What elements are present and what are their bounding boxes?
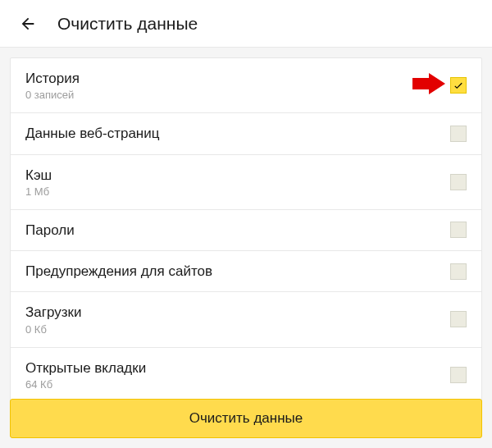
list-item[interactable]: Загрузки0 Кб bbox=[11, 292, 481, 347]
clear-data-list: История0 записейДанные веб-страницКэш1 М… bbox=[10, 57, 482, 403]
checkbox[interactable] bbox=[450, 367, 467, 383]
svg-marker-0 bbox=[412, 73, 445, 94]
red-arrow-annotation bbox=[412, 73, 445, 98]
list-item-label: Открытые вкладки bbox=[25, 359, 146, 377]
list-item[interactable]: Кэш1 Мб bbox=[11, 155, 481, 210]
checkmark-icon bbox=[453, 80, 464, 91]
list-item-subtext: 64 Кб bbox=[25, 378, 146, 391]
list-item-text: Предупреждения для сайтов bbox=[25, 263, 212, 280]
list-item-label: Пароли bbox=[25, 222, 75, 239]
list-item-text: Загрузки0 Кб bbox=[25, 304, 81, 335]
list-item-label: Кэш bbox=[25, 167, 52, 184]
checkbox[interactable] bbox=[450, 263, 467, 280]
list-item-label: Загрузки bbox=[25, 304, 81, 321]
checkbox[interactable] bbox=[450, 222, 467, 238]
list-item-text: Кэш1 Мб bbox=[25, 167, 52, 198]
list-item-label: Предупреждения для сайтов bbox=[25, 263, 212, 280]
header: Очистить данные bbox=[0, 0, 492, 48]
list-item-text: История0 записей bbox=[25, 70, 80, 101]
checkbox[interactable] bbox=[450, 174, 467, 190]
arrow-left-icon bbox=[19, 15, 37, 33]
list-item-label: Данные веб-страниц bbox=[25, 125, 159, 142]
page-title: Очистить данные bbox=[57, 14, 198, 34]
list-item-text: Данные веб-страниц bbox=[25, 125, 159, 142]
list-item-text: Открытые вкладки64 Кб bbox=[25, 359, 146, 391]
list-item-subtext: 0 записей bbox=[25, 89, 80, 101]
list-item[interactable]: Предупреждения для сайтов bbox=[11, 251, 481, 292]
list-item[interactable]: Данные веб-страниц bbox=[11, 113, 481, 154]
checkbox[interactable] bbox=[450, 77, 467, 94]
list-item-subtext: 0 Кб bbox=[25, 323, 81, 336]
clear-data-button[interactable]: Очистить данные bbox=[10, 399, 482, 438]
checkbox[interactable] bbox=[450, 311, 467, 327]
list-item-subtext: 1 Мб bbox=[25, 185, 52, 198]
list-item[interactable]: Открытые вкладки64 Кб bbox=[11, 348, 481, 402]
list-item-text: Пароли bbox=[25, 222, 75, 239]
list-item-label: История bbox=[25, 70, 80, 87]
clear-data-button-label: Очистить данные bbox=[189, 410, 303, 427]
checkbox[interactable] bbox=[450, 126, 467, 142]
list-item[interactable]: Пароли bbox=[11, 210, 481, 251]
back-button[interactable] bbox=[15, 11, 41, 37]
list-item[interactable]: История0 записей bbox=[11, 58, 481, 113]
